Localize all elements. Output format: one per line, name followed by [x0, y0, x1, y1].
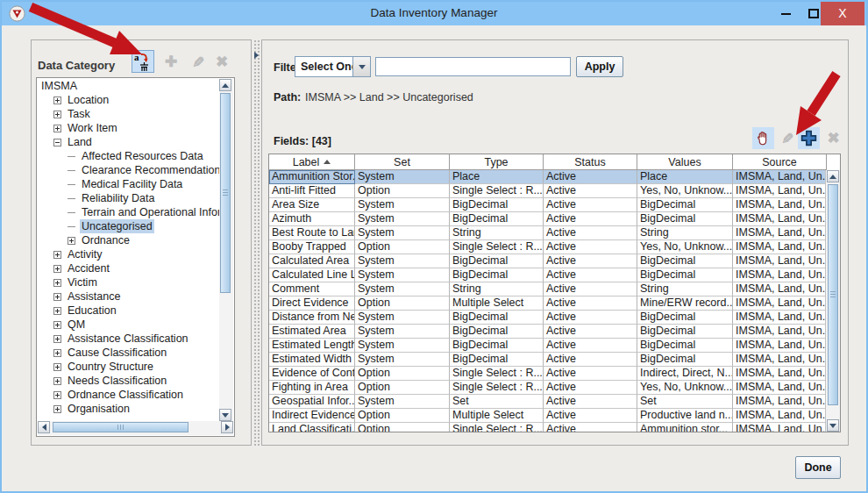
tree-item-task[interactable]: Task: [38, 107, 219, 121]
delete-category-button[interactable]: ✖: [210, 50, 233, 73]
expand-icon[interactable]: [53, 96, 61, 104]
column-header-set[interactable]: Set: [355, 154, 450, 170]
tree-item-location[interactable]: Location: [38, 93, 219, 107]
table-row[interactable]: Estimated WidthSystemBigDecimalActiveBig…: [269, 353, 840, 367]
table-row[interactable]: Direct EvidenceOptionMultiple SelectActi…: [269, 297, 840, 311]
tree-item-assistance[interactable]: Assistance: [38, 289, 219, 304]
done-button[interactable]: Done: [795, 456, 841, 479]
panel-splitter[interactable]: [253, 39, 260, 446]
table-row[interactable]: Evidence of Cont...OptionSingle Select :…: [269, 367, 840, 381]
expand-icon[interactable]: [53, 391, 61, 399]
tree-item-clearance-recommendation-d[interactable]: Clearance Recommendation D: [38, 163, 219, 177]
column-header-values[interactable]: Values: [637, 154, 733, 170]
scroll-down-button[interactable]: [827, 419, 839, 432]
close-button[interactable]: X: [821, 2, 864, 25]
expand-icon[interactable]: [53, 377, 61, 385]
table-row[interactable]: CommentSystemStringActiveStringIMSMA, La…: [269, 282, 840, 297]
table-row[interactable]: Land Classificati...OptionSingle Select …: [269, 423, 840, 432]
table-row[interactable]: Ammunition Stor...SystemPlaceActivePlace…: [269, 170, 840, 184]
table-row[interactable]: Area SizeSystemBigDecimalActiveBigDecima…: [269, 198, 840, 212]
tree-item-accident[interactable]: Accident: [38, 261, 219, 275]
expand-icon[interactable]: [53, 265, 61, 273]
tree-item-uncategorised[interactable]: Uncategorised: [38, 219, 219, 233]
scroll-up-button[interactable]: [827, 170, 839, 182]
edit-category-button[interactable]: ✎: [186, 50, 209, 73]
tree-item-land[interactable]: Land: [38, 135, 219, 149]
expand-icon[interactable]: [53, 125, 61, 132]
tree-item-ordnance[interactable]: Ordnance: [38, 233, 219, 247]
tree-item-terrain-and-operational-inform[interactable]: Terrain and Operational Inform: [38, 205, 219, 219]
expand-icon[interactable]: [53, 293, 61, 301]
edit-field-button[interactable]: ✎: [776, 127, 798, 149]
tree-item-affected-resources-data[interactable]: Affected Resources Data: [38, 149, 219, 163]
table-vertical-scrollbar[interactable]: [825, 170, 840, 432]
scroll-down-button[interactable]: [219, 409, 231, 421]
tree-item-activity[interactable]: Activity: [38, 247, 219, 261]
filter-input[interactable]: [375, 57, 571, 76]
chevron-down-icon: [359, 65, 366, 69]
tree-vertical-scrollbar[interactable]: [219, 79, 233, 421]
tree-item-victim[interactable]: Victim: [38, 275, 219, 289]
table-row[interactable]: Indirect EvidenceOptionMultiple SelectAc…: [269, 409, 840, 423]
tree-item-label: Work Item: [66, 121, 119, 135]
tree-vscroll-thumb[interactable]: [220, 93, 231, 293]
translate-category-button[interactable]: a: [132, 50, 154, 73]
expand-icon[interactable]: [53, 335, 61, 343]
tree-item-country-structure[interactable]: Country Structure: [38, 360, 219, 374]
expand-icon[interactable]: [53, 405, 61, 413]
table-row[interactable]: Estimated LengthSystemBigDecimalActiveBi…: [269, 339, 840, 353]
table-row[interactable]: Fighting in AreaOptionSingle Select : R.…: [269, 381, 840, 395]
add-category-button[interactable]: ✚: [160, 50, 182, 73]
apply-button[interactable]: Apply: [576, 56, 623, 77]
collapse-icon[interactable]: [53, 139, 61, 146]
column-header-type[interactable]: Type: [450, 154, 544, 170]
tree-item-medical-facility-data[interactable]: Medical Facility Data: [38, 177, 219, 191]
expand-icon[interactable]: [68, 237, 75, 245]
table-row[interactable]: Estimated AreaSystemBigDecimalActiveBigD…: [269, 325, 840, 339]
tree-item-organisation[interactable]: Organisation: [38, 402, 219, 416]
table-row[interactable]: Geospatial Infor...SystemSetActiveSetIMS…: [269, 395, 840, 409]
table-row[interactable]: AzimuthSystemBigDecimalActiveBigDecimalI…: [269, 212, 840, 226]
tree-item-reliability-data[interactable]: Reliability Data: [38, 191, 219, 205]
expand-icon[interactable]: [53, 349, 61, 357]
expand-icon[interactable]: [53, 363, 61, 371]
add-field-button[interactable]: [798, 127, 820, 149]
tree-horizontal-scrollbar[interactable]: [38, 421, 233, 435]
maximize-button[interactable]: [808, 9, 819, 18]
tree-item-imsma[interactable]: IMSMA: [38, 79, 219, 93]
dropdown-arrow-button[interactable]: [352, 57, 370, 76]
expand-icon[interactable]: [53, 307, 61, 315]
scroll-up-button[interactable]: [219, 79, 231, 91]
expand-icon[interactable]: [53, 321, 61, 329]
delete-field-button[interactable]: ✖: [822, 127, 844, 149]
table-row[interactable]: Booby TrappedOptionSingle Select : R...A…: [269, 240, 840, 254]
minimize-button[interactable]: [781, 13, 791, 15]
filter-type-dropdown[interactable]: Select One: [295, 56, 371, 77]
scroll-left-button[interactable]: [38, 421, 50, 433]
table-row[interactable]: Calculated AreaSystemBigDecimalActiveBig…: [269, 254, 840, 268]
tree-item-education[interactable]: Education: [38, 304, 219, 318]
scroll-right-button[interactable]: [221, 421, 233, 433]
tree-item-qm[interactable]: QM: [38, 318, 219, 332]
tree-item-work-item[interactable]: Work Item: [38, 121, 219, 135]
table-row[interactable]: Best Route to LandSystemStringActiveStri…: [269, 226, 840, 240]
splitter-collapse-icon[interactable]: [254, 52, 259, 59]
table-row[interactable]: Distance from Ne...SystemBigDecimalActiv…: [269, 311, 840, 325]
tree-item-ordnance-classification[interactable]: Ordnance Classification: [38, 388, 219, 402]
table-cell: BigDecimal: [637, 325, 733, 339]
tree-item-assistance-classification[interactable]: Assistance Classification: [38, 332, 219, 346]
column-header-label[interactable]: Label: [269, 154, 355, 170]
move-field-button[interactable]: [752, 127, 774, 149]
tree-hscroll-thumb[interactable]: [53, 422, 189, 432]
expand-icon[interactable]: [53, 279, 61, 287]
table-vscroll-thumb[interactable]: [828, 184, 838, 405]
expand-icon[interactable]: [53, 111, 61, 118]
tree-item-needs-classification[interactable]: Needs Classification: [38, 374, 219, 388]
column-header-source[interactable]: Source: [733, 154, 827, 170]
expand-icon[interactable]: [53, 251, 61, 259]
column-header-status[interactable]: Status: [544, 154, 637, 170]
tree-item-label: Assistance: [66, 289, 122, 304]
table-row[interactable]: Anti-lift FittedOptionSingle Select : R.…: [269, 184, 840, 198]
table-row[interactable]: Calculated Line L...SystemBigDecimalActi…: [269, 268, 840, 282]
tree-item-cause-classification[interactable]: Cause Classification: [38, 346, 219, 360]
